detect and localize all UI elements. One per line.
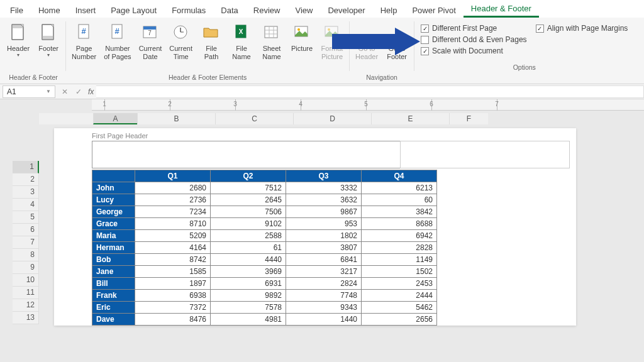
tab-insert[interactable]: Insert	[68, 3, 104, 18]
row-name-cell[interactable]: Frank	[92, 290, 135, 302]
tab-data[interactable]: Data	[213, 3, 245, 18]
tab-file[interactable]: File	[3, 3, 31, 18]
data-cell[interactable]: 3807	[286, 242, 362, 254]
data-cell[interactable]: 8742	[135, 254, 211, 266]
row-header[interactable]: 12	[13, 299, 39, 312]
current-time-button[interactable]: CurrentTime	[166, 19, 196, 72]
name-box[interactable]: A1▼	[3, 85, 55, 98]
column-header-d[interactable]: D	[293, 113, 371, 124]
data-cell[interactable]: 6938	[135, 290, 211, 302]
header-edit-area[interactable]	[92, 141, 570, 168]
row-header[interactable]: 4	[13, 199, 39, 211]
checkbox-different-first-page[interactable]: ✓Different First Page	[421, 24, 527, 33]
row-name-cell[interactable]: Maria	[92, 230, 135, 242]
data-cell[interactable]: 4440	[211, 254, 286, 266]
header-left-box[interactable]	[92, 141, 400, 168]
data-cell[interactable]: 2444	[362, 290, 437, 302]
column-header-f[interactable]: F	[449, 113, 488, 124]
row-header[interactable]: 8	[13, 249, 39, 261]
header-button[interactable]: Header▾	[4, 19, 33, 72]
row-name-cell[interactable]: Eric	[92, 302, 135, 314]
data-cell[interactable]: 6942	[362, 230, 437, 242]
data-cell[interactable]: 2645	[211, 194, 286, 206]
tab-developer[interactable]: Developer	[320, 3, 372, 18]
data-cell[interactable]: 9343	[286, 302, 362, 314]
tab-help[interactable]: Help	[373, 3, 405, 18]
row-header[interactable]: 11	[13, 287, 39, 299]
data-cell[interactable]: 3969	[211, 266, 286, 278]
data-cell[interactable]: 2453	[362, 278, 437, 290]
tab-formulas[interactable]: Formulas	[164, 3, 213, 18]
row-name-cell[interactable]: Dave	[92, 314, 135, 326]
row-header[interactable]: 1	[13, 161, 39, 173]
footer-button[interactable]: Footer▾	[34, 19, 63, 72]
tab-power-pivot[interactable]: Power Pivot	[404, 3, 463, 18]
sheet-name-button[interactable]: SheetName	[257, 19, 286, 72]
row-name-cell[interactable]: John	[92, 182, 135, 194]
data-cell[interactable]: 2656	[362, 314, 437, 326]
data-table[interactable]: Q1Q2Q3Q4John2680751233326213Lucy27362645…	[92, 170, 437, 326]
row-header[interactable]: 13	[13, 312, 39, 324]
data-cell[interactable]: 7506	[211, 206, 286, 218]
tab-view[interactable]: View	[287, 3, 320, 18]
file-path-button[interactable]: FilePath	[197, 19, 226, 72]
data-cell[interactable]: 2736	[135, 194, 211, 206]
data-cell[interactable]: 8476	[135, 314, 211, 326]
data-cell[interactable]: 7748	[286, 290, 362, 302]
row-header[interactable]: 2	[13, 173, 39, 186]
table-header[interactable]: Q3	[286, 170, 362, 182]
data-cell[interactable]: 2828	[362, 242, 437, 254]
table-header[interactable]: Q1	[135, 170, 211, 182]
data-cell[interactable]: 1585	[135, 266, 211, 278]
data-cell[interactable]: 3217	[286, 266, 362, 278]
data-cell[interactable]: 7372	[135, 302, 211, 314]
tab-page-layout[interactable]: Page Layout	[103, 3, 164, 18]
data-cell[interactable]: 3842	[362, 206, 437, 218]
row-name-cell[interactable]: Grace	[92, 218, 135, 230]
table-header[interactable]: Q4	[362, 170, 437, 182]
row-header[interactable]: 10	[13, 274, 39, 287]
row-name-cell[interactable]: George	[92, 206, 135, 218]
row-name-cell[interactable]: Herman	[92, 242, 135, 254]
checkbox-scale-with-document[interactable]: ✓Scale with Document	[421, 47, 527, 55]
row-header[interactable]: 9	[13, 261, 39, 274]
data-cell[interactable]: 60	[362, 194, 437, 206]
data-cell[interactable]: 1897	[135, 278, 211, 290]
data-cell[interactable]: 9867	[286, 206, 362, 218]
data-cell[interactable]: 3332	[286, 182, 362, 194]
row-name-cell[interactable]: Lucy	[92, 194, 135, 206]
data-cell[interactable]: 2588	[211, 230, 286, 242]
data-cell[interactable]: 7578	[211, 302, 286, 314]
data-cell[interactable]: 4164	[135, 242, 211, 254]
checkbox-align-with-page-margins[interactable]: ✓Align with Page Margins	[536, 24, 628, 33]
data-cell[interactable]: 7512	[211, 182, 286, 194]
data-cell[interactable]: 9102	[211, 218, 286, 230]
data-cell[interactable]: 4981	[211, 314, 286, 326]
data-cell[interactable]: 5462	[362, 302, 437, 314]
page-number-button[interactable]: #PageNumber	[69, 19, 99, 72]
column-header-c[interactable]: C	[215, 113, 293, 124]
current-date-button[interactable]: 7CurrentDate	[136, 19, 165, 72]
row-name-cell[interactable]: Jane	[92, 266, 135, 278]
data-cell[interactable]: 7234	[135, 206, 211, 218]
row-header[interactable]: 6	[13, 224, 39, 236]
tab-home[interactable]: Home	[31, 3, 68, 18]
row-header[interactable]: 7	[13, 236, 39, 249]
data-cell[interactable]: 6931	[211, 278, 286, 290]
fx-icon[interactable]: fx	[88, 87, 94, 96]
data-cell[interactable]: 3632	[286, 194, 362, 206]
data-cell[interactable]: 5209	[135, 230, 211, 242]
checkbox-different-odd-even-pages[interactable]: Different Odd & Even Pages	[421, 35, 527, 44]
data-cell[interactable]: 1149	[362, 254, 437, 266]
data-cell[interactable]: 9892	[211, 290, 286, 302]
file-name-button[interactable]: XFileName	[227, 19, 256, 72]
data-cell[interactable]: 2824	[286, 278, 362, 290]
data-cell[interactable]: 6841	[286, 254, 362, 266]
row-name-cell[interactable]: Bill	[92, 278, 135, 290]
data-cell[interactable]: 1802	[286, 230, 362, 242]
column-header-b[interactable]: B	[137, 113, 215, 124]
number-of-pages-button[interactable]: #Numberof Pages	[101, 19, 134, 72]
row-name-cell[interactable]: Bob	[92, 254, 135, 266]
data-cell[interactable]: 2680	[135, 182, 211, 194]
table-header[interactable]: Q2	[211, 170, 286, 182]
